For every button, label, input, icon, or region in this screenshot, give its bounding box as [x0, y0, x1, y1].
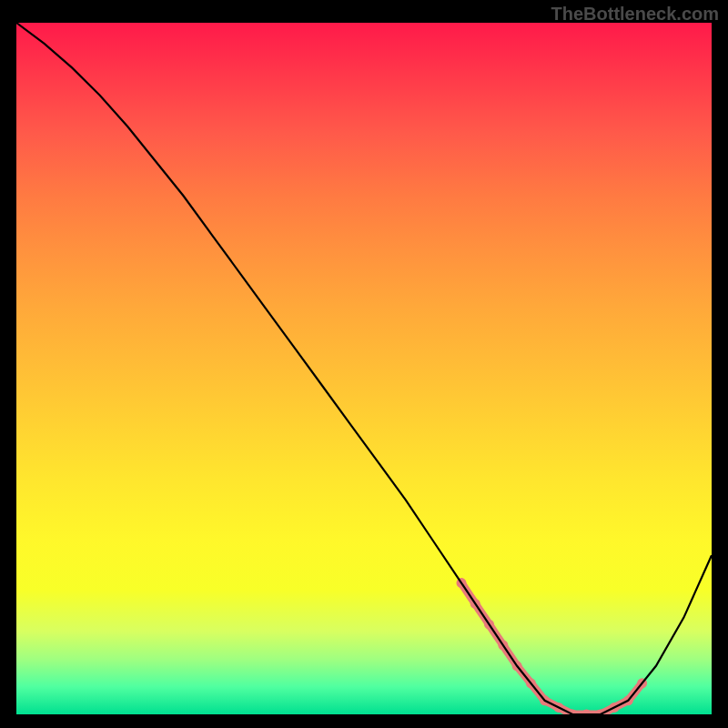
highlight-dots-group	[457, 578, 648, 714]
watermark-text: TheBottleneck.com	[551, 4, 719, 25]
chart-svg	[16, 23, 712, 714]
highlight-segment	[461, 583, 642, 714]
bottleneck-curve-line	[16, 23, 712, 714]
chart-plot-area	[16, 23, 712, 714]
